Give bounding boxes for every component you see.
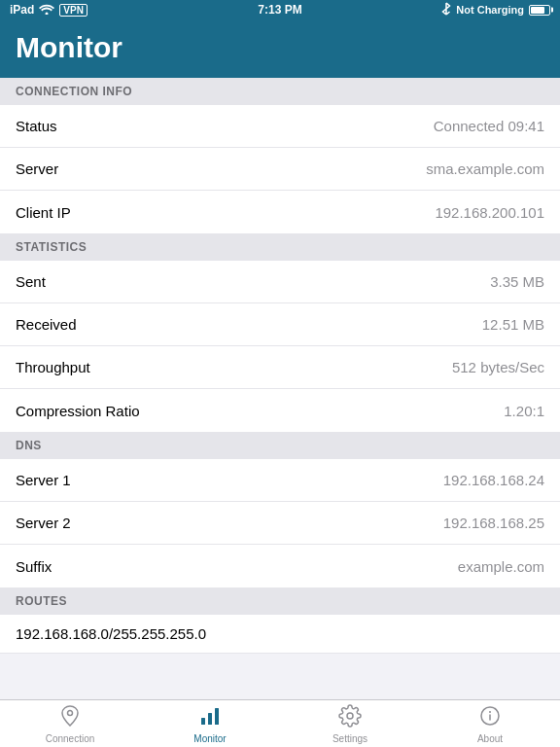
status-value: Connected 09:41 xyxy=(434,118,544,134)
dns-header: DNS xyxy=(0,432,560,459)
client-ip-label: Client IP xyxy=(16,204,71,221)
table-row: Throughput 512 bytes/Sec xyxy=(0,346,560,389)
table-row: Received 12.51 MB xyxy=(0,303,560,346)
about-icon xyxy=(478,704,502,731)
list-item: 192.168.168.0/255.255.255.0 xyxy=(0,615,560,654)
dns-server2-value: 192.168.168.25 xyxy=(443,515,544,531)
content-area: CONNECTION INFO Status Connected 09:41 S… xyxy=(0,78,560,699)
tab-about-label: About xyxy=(477,733,503,744)
throughput-label: Throughput xyxy=(16,359,90,375)
routes-header: ROUTES xyxy=(0,587,560,615)
svg-rect-2 xyxy=(208,713,212,725)
server-label: Server xyxy=(16,160,58,177)
tab-monitor-label: Monitor xyxy=(193,733,226,744)
table-row: Server 2 192.168.168.25 xyxy=(0,502,560,545)
table-row: Sent 3.35 MB xyxy=(0,261,560,303)
compression-value: 1.20:1 xyxy=(504,403,544,419)
dns-suffix-value: example.com xyxy=(458,558,544,575)
svg-rect-1 xyxy=(201,718,205,725)
statistics-section: STATISTICS Sent 3.35 MB Received 12.51 M… xyxy=(0,233,560,432)
received-label: Received xyxy=(16,316,77,333)
compression-label: Compression Ratio xyxy=(16,403,140,419)
svg-point-4 xyxy=(347,713,353,719)
sent-label: Sent xyxy=(16,273,46,290)
client-ip-value: 192.168.200.101 xyxy=(435,204,544,221)
status-left: iPad VPN xyxy=(10,3,88,18)
server-value: sma.example.com xyxy=(426,160,544,177)
tab-settings-label: Settings xyxy=(332,733,368,744)
battery-icon xyxy=(529,5,550,16)
connection-info-table: Status Connected 09:41 Server sma.exampl… xyxy=(0,105,560,233)
table-row: Compression Ratio 1.20:1 xyxy=(0,389,560,432)
statistics-table: Sent 3.35 MB Received 12.51 MB Throughpu… xyxy=(0,261,560,432)
tab-monitor[interactable]: Monitor xyxy=(140,700,280,747)
svg-point-0 xyxy=(68,710,73,715)
page-header: Monitor xyxy=(0,19,560,78)
tab-connection[interactable]: Connection xyxy=(0,700,140,747)
connection-icon xyxy=(58,704,82,731)
received-value: 12.51 MB xyxy=(482,316,544,333)
dns-suffix-label: Suffix xyxy=(16,558,52,575)
table-row: Status Connected 09:41 xyxy=(0,105,560,148)
spacer xyxy=(0,654,560,673)
routes-section: ROUTES 192.168.168.0/255.255.255.0 xyxy=(0,587,560,654)
tab-about[interactable]: About xyxy=(420,700,560,747)
status-time: 7:13 PM xyxy=(258,3,301,17)
dns-section: DNS Server 1 192.168.168.24 Server 2 192… xyxy=(0,432,560,587)
status-right: Not Charging xyxy=(441,2,550,18)
connection-info-header: CONNECTION INFO xyxy=(0,78,560,105)
connection-info-section: CONNECTION INFO Status Connected 09:41 S… xyxy=(0,78,560,233)
page-title: Monitor xyxy=(16,31,544,64)
settings-icon xyxy=(338,704,362,731)
table-row: Suffix example.com xyxy=(0,545,560,587)
vpn-label: VPN xyxy=(59,4,88,17)
status-bar: iPad VPN 7:13 PM Not Charging xyxy=(0,0,560,19)
wifi-icon xyxy=(39,3,54,18)
table-row: Server sma.example.com xyxy=(0,148,560,191)
ipad-label: iPad xyxy=(10,3,34,17)
statistics-header: STATISTICS xyxy=(0,233,560,261)
dns-table: Server 1 192.168.168.24 Server 2 192.168… xyxy=(0,459,560,587)
throughput-value: 512 bytes/Sec xyxy=(452,359,544,375)
svg-rect-3 xyxy=(215,708,219,725)
tab-settings[interactable]: Settings xyxy=(280,700,420,747)
routes-table: 192.168.168.0/255.255.255.0 xyxy=(0,615,560,654)
table-row: Server 1 192.168.168.24 xyxy=(0,459,560,502)
monitor-icon xyxy=(198,704,222,731)
bluetooth-icon xyxy=(441,2,451,18)
dns-server2-label: Server 2 xyxy=(16,515,71,531)
status-label: Status xyxy=(16,118,57,134)
not-charging-label: Not Charging xyxy=(456,4,524,16)
tab-bar: Connection Monitor Settings xyxy=(0,699,560,747)
tab-connection-label: Connection xyxy=(46,733,95,744)
dns-server1-value: 192.168.168.24 xyxy=(443,472,544,488)
sent-value: 3.35 MB xyxy=(490,273,544,290)
table-row: Client IP 192.168.200.101 xyxy=(0,191,560,233)
dns-server1-label: Server 1 xyxy=(16,472,71,488)
